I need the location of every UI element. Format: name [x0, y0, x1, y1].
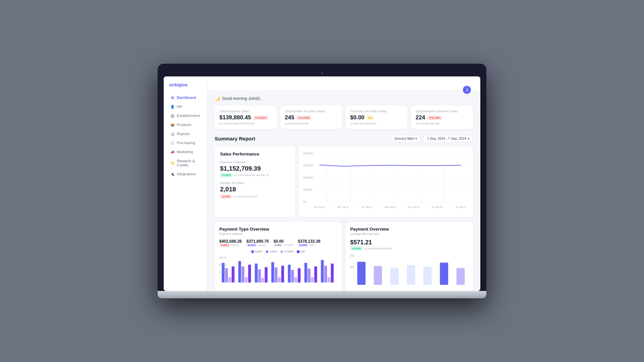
date-range-button[interactable]: 1 Sep, 2024 - 7 Sep, 2024 ▾ [423, 135, 473, 142]
sidebar-item-rewards[interactable]: ⭐Rewards & Loyalty [166, 157, 205, 169]
moon-icon: 🌙 [215, 96, 220, 101]
products-icon: 📦 [170, 123, 174, 127]
payment-collected-value: $1,152,709.39 [220, 165, 290, 172]
stat-sub: vs Last Monday $0.00 [350, 122, 403, 125]
svg-rect-42 [298, 268, 301, 283]
avg-bill-change: +4.30% vs Last Period $547.65 [350, 247, 468, 250]
svg-rect-46 [314, 266, 317, 283]
avatar[interactable]: J [463, 86, 471, 94]
greeting-text: Good evening JohnD, [222, 96, 261, 101]
laptop-base [158, 291, 486, 298]
sidebar-item-purchasing[interactable]: 🛒Purchasing [166, 138, 205, 147]
payment-type-card: Payment Type Overview Payment Method $40… [215, 222, 342, 291]
summary-header: Summary Report Grocery Mart ▾ 1 Sep, 202… [215, 135, 473, 142]
orders-value: 2,018 [220, 186, 290, 193]
svg-rect-40 [291, 270, 294, 283]
date-range-label: 1 Sep, 2024 - 7 Sep, 2024 [427, 137, 466, 140]
svg-rect-35 [271, 262, 274, 283]
svg-rect-32 [258, 269, 261, 282]
payment-overview-sub: Average Bill Payment [350, 232, 468, 236]
legend-dot [280, 250, 283, 253]
sidebar-item-establishment[interactable]: 🏢Establishment [166, 111, 205, 120]
payment-method-item: $0.00 0.00% OTHER [273, 239, 293, 247]
summary-title: Summary Report [215, 136, 255, 141]
svg-rect-37 [278, 278, 281, 283]
sidebar: octopos ⊞Dashboard👤HR🏢Establishment📦Prod… [164, 76, 207, 291]
svg-text:$145,000: $145,000 [219, 270, 226, 273]
chart-legend: CARD CASH OTHER EBT [219, 250, 337, 253]
payment-method-label: 34.95% CARD [219, 244, 242, 247]
sidebar-item-dashboard[interactable]: ⊞Dashboard [166, 93, 205, 102]
svg-text:$50,000: $50,000 [303, 188, 312, 191]
legend-label: CASH [269, 250, 277, 253]
svg-rect-45 [311, 277, 314, 283]
chevron-down-icon: ▾ [415, 137, 417, 140]
sidebar-item-integrations[interactable]: 🔌Integrations [166, 170, 205, 178]
svg-rect-41 [294, 277, 297, 283]
stat-label: Total Payments Today [219, 110, 272, 113]
bar-chart: $180,000 $160,000 $145,000 [219, 256, 337, 284]
stat-sub: vs Last Monday 286 [285, 122, 337, 125]
svg-rect-39 [288, 265, 290, 283]
store-filter-button[interactable]: Grocery Mart ▾ [391, 135, 421, 142]
method-badge: 32.80% [298, 244, 309, 247]
payment-grid: Payment Type Overview Payment Method $40… [215, 222, 473, 291]
sidebar-item-label: Products [177, 123, 191, 127]
app-logo: octopos [164, 80, 207, 93]
svg-rect-27 [238, 261, 241, 283]
method-badge: 0.00% [273, 244, 283, 247]
legend-item: CASH [266, 250, 277, 253]
chevron-down-icon: ▾ [468, 137, 469, 140]
perf-grid: Sales Performance Payment Collected $1,1… [215, 146, 473, 217]
line-chart-card: $200,000 $150,000 $100,000 $50,000 $0 Su… [299, 146, 473, 217]
payment-method-label: 32.80% EBT [298, 244, 320, 247]
purchasing-icon: 🛒 [170, 141, 174, 145]
svg-text:$160,000: $160,000 [219, 263, 226, 266]
hr-icon: 👤 [170, 105, 174, 109]
svg-text:Sun, Sep 01: Sun, Sep 01 [314, 206, 325, 208]
payment-methods: $402,686.26 34.95% CARD $371,890.75 32.2… [219, 239, 337, 247]
svg-rect-26 [232, 266, 234, 283]
method-badge: 34.95% [219, 244, 230, 247]
sidebar-item-label: Rewards & Loyalty [177, 159, 200, 167]
payment-collected-label: Payment Collected [220, 161, 290, 164]
svg-rect-49 [327, 277, 330, 283]
stat-sub: vs Last Monday $165,870.08 [219, 122, 272, 125]
svg-text:Mon, Sep 02: Mon, Sep 02 [337, 206, 349, 208]
greeting: 🌙 Good evening JohnD, [215, 96, 473, 101]
summary-controls: Grocery Mart ▾ 1 Sep, 2024 - 7 Sep, 2024… [391, 135, 473, 142]
reports-icon: 📊 [170, 132, 174, 136]
svg-text:$150,000: $150,000 [303, 164, 313, 167]
svg-text:Wed, Sep 04: Wed, Sep 04 [384, 206, 396, 208]
avg-bill-value: $571.21 [350, 239, 468, 246]
orders-label: Number of Orders [220, 181, 290, 185]
svg-rect-29 [245, 277, 248, 283]
svg-text:$180,000: $180,000 [219, 256, 226, 259]
svg-rect-62 [457, 268, 465, 285]
payment-method-item: $378,132.38 32.80% EBT [298, 239, 320, 247]
orders-vs: vs Last Period 2025 [233, 195, 257, 198]
sidebar-item-hr[interactable]: 👤HR [166, 102, 205, 111]
marketing-icon: 📣 [170, 150, 174, 154]
stat-value: 245 ▼14.54% [285, 114, 337, 121]
svg-rect-47 [321, 260, 324, 283]
payment-method-item: $402,686.26 34.95% CARD [219, 239, 242, 247]
payment-vs: vs Last Period $1,108,992.75 [234, 174, 269, 177]
sidebar-item-reports[interactable]: 📊Reports [166, 129, 205, 138]
sidebar-item-label: Reports [177, 132, 190, 136]
sales-performance-card: Sales Performance Payment Collected $1,1… [215, 146, 295, 217]
sidebar-item-marketing[interactable]: 📣Marketing [166, 147, 205, 156]
legend-item: OTHER [280, 250, 293, 253]
sidebar-item-products[interactable]: 📦Products [166, 120, 205, 129]
stat-sub: vs Last Monday 286 [416, 122, 468, 125]
payment-method-item: $371,890.75 32.26% CASH [247, 239, 269, 247]
stat-badge: ▼14.64% [253, 116, 268, 120]
method-badge: 32.26% [247, 244, 257, 247]
payment-overview-title: Payment Overview [350, 227, 468, 232]
svg-rect-48 [324, 266, 327, 283]
sidebar-item-label: HR [177, 105, 182, 109]
sidebar-item-label: Integrations [177, 172, 196, 176]
stat-label: Total Gift Card Sales Today [350, 110, 403, 113]
stat-card: Total Payments Today $139,880.45 ▼14.64%… [215, 106, 277, 129]
svg-text:Fri, Sep 06: Fri, Sep 06 [432, 206, 442, 208]
